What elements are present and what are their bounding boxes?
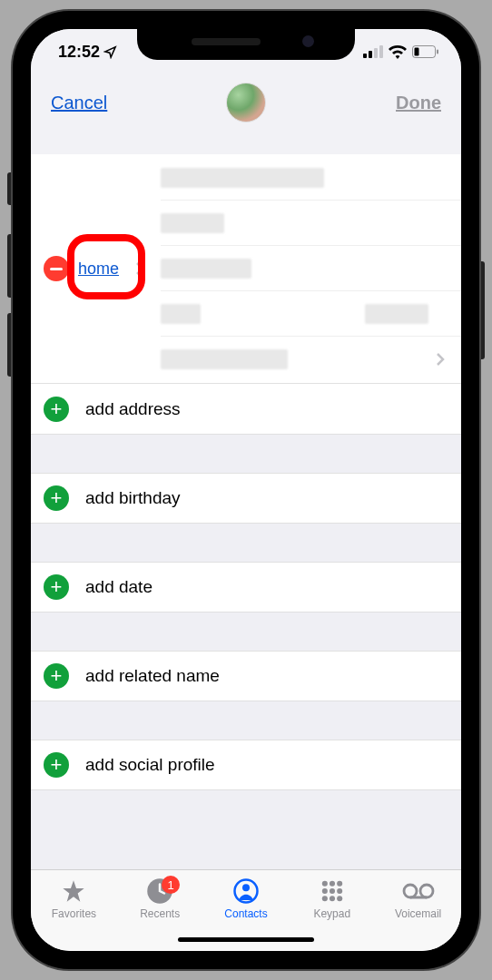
address-row: home (31, 154, 461, 383)
svg-point-15 (337, 888, 342, 894)
recents-badge: 1 (162, 876, 180, 894)
content-area[interactable]: home (31, 131, 461, 869)
add-social-profile-label: add social profile (85, 755, 215, 775)
add-address-row[interactable]: + add address (31, 384, 461, 435)
svg-point-16 (322, 896, 328, 901)
tab-keypad-label: Keypad (313, 907, 350, 920)
svg-point-18 (337, 896, 342, 901)
notch (137, 29, 355, 60)
add-birthday-label: add birthday (85, 488, 181, 508)
svg-rect-1 (369, 51, 372, 58)
star-icon (60, 878, 87, 904)
plus-icon: + (44, 752, 69, 778)
chevron-right-icon (135, 261, 144, 276)
wifi-icon (389, 45, 407, 59)
keypad-icon (320, 878, 345, 904)
signal-icon (363, 45, 383, 58)
add-related-name-label: add related name (85, 666, 220, 686)
time-text: 12:52 (58, 43, 100, 62)
svg-rect-5 (415, 48, 419, 56)
svg-rect-6 (437, 50, 438, 54)
address-label-container[interactable]: home (78, 260, 144, 279)
tab-contacts-label: Contacts (224, 907, 267, 920)
contact-avatar[interactable] (226, 83, 266, 122)
address-field-2[interactable] (161, 201, 461, 246)
tab-voicemail-label: Voicemail (395, 907, 441, 920)
done-button[interactable]: Done (396, 93, 441, 113)
tab-recents-label: Recents (140, 907, 180, 920)
tab-favorites[interactable]: Favorites (41, 877, 106, 951)
svg-point-9 (242, 884, 250, 891)
address-field-5[interactable] (161, 337, 461, 382)
screen: 12:52 (31, 29, 461, 951)
add-birthday-row[interactable]: + add birthday (31, 473, 461, 524)
address-section: home (31, 154, 461, 384)
voicemail-icon (402, 882, 435, 900)
svg-rect-3 (379, 45, 383, 58)
home-indicator[interactable] (178, 937, 314, 942)
add-related-name-row[interactable]: + add related name (31, 651, 461, 701)
plus-icon: + (44, 663, 69, 689)
address-fields (161, 155, 461, 382)
svg-point-11 (330, 881, 335, 887)
tab-voicemail[interactable]: Voicemail (386, 877, 451, 951)
tab-bar: Favorites 1 Recents (31, 869, 461, 951)
svg-point-19 (404, 885, 417, 897)
contact-icon (232, 877, 260, 905)
svg-rect-2 (374, 48, 378, 58)
add-date-label: add date (85, 577, 153, 597)
address-field-1[interactable] (161, 155, 461, 201)
plus-icon: + (44, 397, 69, 422)
address-field-4[interactable] (161, 291, 461, 337)
location-arrow-icon (103, 45, 117, 59)
svg-point-20 (420, 885, 433, 897)
tab-favorites-label: Favorites (52, 907, 96, 920)
plus-icon: + (44, 574, 69, 600)
svg-point-12 (337, 881, 342, 887)
add-address-label: add address (85, 399, 181, 419)
disclosure-chevron-icon (436, 352, 445, 367)
phone-frame: 12:52 (13, 11, 479, 969)
address-label[interactable]: home (78, 260, 119, 279)
svg-point-10 (322, 881, 328, 887)
svg-point-13 (322, 888, 328, 894)
svg-point-17 (330, 896, 335, 901)
add-date-row[interactable]: + add date (31, 562, 461, 612)
cancel-button[interactable]: Cancel (51, 93, 107, 113)
svg-point-14 (330, 888, 335, 894)
nav-header: Cancel Done (31, 74, 461, 131)
add-social-profile-row[interactable]: + add social profile (31, 740, 461, 790)
svg-rect-0 (363, 54, 367, 58)
remove-address-button[interactable] (44, 256, 69, 281)
battery-icon (412, 45, 439, 58)
address-field-3[interactable] (161, 246, 461, 291)
status-time: 12:52 (58, 43, 117, 62)
plus-icon: + (44, 485, 69, 511)
